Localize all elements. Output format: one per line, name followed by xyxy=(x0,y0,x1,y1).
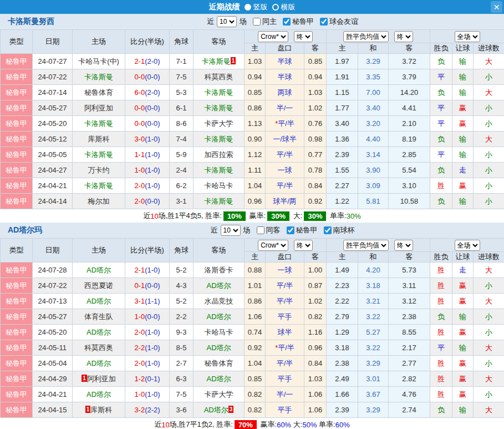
avg-draw-cell: 3.90 xyxy=(358,163,389,178)
away-team-name: 加西拉索 xyxy=(205,150,233,159)
col-header-home: 主场 xyxy=(73,239,125,263)
away-odds-cell: 0.85 xyxy=(304,54,327,69)
close-button[interactable]: ✕ xyxy=(491,1,502,13)
table-row: 秘鲁甲 24-07-28 AD塔尔 2-1(1-0) 5-2 洛斯香卡 0.88… xyxy=(1,263,504,278)
corner-cell: 2-7 xyxy=(170,356,194,371)
table-row: 秘鲁甲 24-05-05 卡洛斯曼 1-1(1-0) 5-9 加西拉索 1.12… xyxy=(1,147,504,163)
halftime-score: (1-0) xyxy=(145,344,160,352)
league-type-cell: 秘鲁甲 xyxy=(1,85,33,100)
away-team-cell: 科莫西奥 xyxy=(194,69,245,85)
result-cell: 负 xyxy=(430,54,452,69)
avg-odds-select[interactable]: 胜平负均值 xyxy=(343,240,389,251)
col-header-date: 日期 xyxy=(33,239,73,263)
summary-segment: 30% xyxy=(267,211,289,221)
odds-company-select[interactable]: Crow* xyxy=(258,31,288,42)
avg-draw-cell: 5.81 xyxy=(358,194,389,209)
avg-draw-cell: 3.29 xyxy=(358,402,389,418)
scope-select[interactable]: 全场 xyxy=(455,31,480,42)
scope-select[interactable]: 全场 xyxy=(455,240,480,251)
summary-segment: 70% xyxy=(235,420,257,429)
away-team-name: 科莫西奥 xyxy=(205,73,233,81)
goals-cell: 小 xyxy=(474,116,504,132)
fulltime-score: 1-0 xyxy=(134,390,145,398)
table-row: 秘鲁甲 24-05-11 科莫西奥 2-2(1-0) 8-5 AD塔尔 0.92… xyxy=(1,340,504,356)
same-venue-checkbox[interactable] xyxy=(253,18,261,26)
goals-cell: 大 xyxy=(474,263,504,278)
handicap-cell: 球半 xyxy=(266,325,304,340)
match-count-select[interactable]: 10 xyxy=(221,225,241,236)
avg-home-cell: 2.49 xyxy=(327,371,358,387)
table-row: 秘鲁甲 24-05-27 体育生队 1-0(0-0) 2-2 AD塔尔 1.06… xyxy=(1,309,504,325)
table-row: 秘鲁甲 24-05-12 库斯科 3-0(1-0) 7-4 卡洛斯曼 0.90 … xyxy=(1,132,504,147)
summary-row-1: 近10场,胜1平4负5, 胜率:10% 赢率:30% 大:30% 单率:30% xyxy=(0,209,504,223)
halftime-score: (1-0) xyxy=(145,135,160,143)
match-count-select[interactable]: 10 xyxy=(217,16,237,27)
league-type-cell: 秘鲁甲 xyxy=(1,278,33,294)
corner-cell: 7-5 xyxy=(170,387,194,402)
home-team-cell: 卡洛斯曼 xyxy=(73,178,125,194)
home-odds-cell: 0.94 xyxy=(245,69,266,85)
fulltime-score: 1-2 xyxy=(134,375,145,383)
home-team-name: 卡洛斯曼 xyxy=(84,150,113,159)
cup-checkbox[interactable] xyxy=(320,18,328,26)
table-row: 秘鲁甲 24-04-15 1库斯科 3-2(2-2) 3-6 AD塔尔3 0.8… xyxy=(1,402,504,418)
sub-header-handicap: 盘口 xyxy=(266,43,304,54)
corner-cell: 3-6 xyxy=(170,402,194,418)
avg-draw-cell: 3.09 xyxy=(358,178,389,194)
fulltime-score: 2-0 xyxy=(134,328,145,336)
odds-company-select[interactable]: Crow* xyxy=(258,240,288,251)
avg-time-select[interactable]: 终 xyxy=(394,240,413,251)
result-cell: 平 xyxy=(430,147,452,163)
avg-home-cell: 1.49 xyxy=(327,263,358,278)
away-team-name: AD塔尔 xyxy=(206,281,231,290)
goals-cell: 小 xyxy=(474,69,504,85)
score-cell: 1-0(1-0) xyxy=(125,387,170,402)
corner-cell: 2-4 xyxy=(170,163,194,178)
handicap-result-cell: 赢 xyxy=(452,387,474,402)
halftime-score: (2-0) xyxy=(145,57,160,65)
league-label: 秘鲁甲 xyxy=(296,225,318,235)
summary-segment: 10 xyxy=(161,421,169,429)
away-team-name: AD塔尔 xyxy=(204,406,228,414)
avg-odds-select[interactable]: 胜平负均值 xyxy=(343,31,389,42)
league-type-cell: 秘鲁甲 xyxy=(1,178,33,194)
horizontal-layout-label: 横版 xyxy=(281,2,296,12)
fulltime-score: 3-1 xyxy=(134,297,145,305)
away-team-cell: AD塔尔 xyxy=(194,309,245,325)
sub-header-avg-home: 主 xyxy=(327,43,358,54)
score-cell: 0-0(0-0) xyxy=(125,100,170,116)
cup-checkbox[interactable] xyxy=(324,226,332,234)
halftime-score: (0-1) xyxy=(145,375,160,383)
score-cell: 1-0(0-0) xyxy=(125,309,170,325)
league-checkbox[interactable] xyxy=(283,18,291,26)
avg-away-cell: 2.85 xyxy=(389,147,430,163)
same-venue-checkbox[interactable] xyxy=(257,226,264,234)
avg-odds-header: 胜平负均值 终 xyxy=(327,239,430,252)
away-team-name: 卡洛斯曼 xyxy=(205,88,233,97)
avg-away-cell: 4.76 xyxy=(389,387,430,402)
horizontal-layout-radio[interactable] xyxy=(272,4,279,11)
away-team-name: AD塔尔 xyxy=(206,312,231,321)
sub-header-home-odds: 主 xyxy=(245,252,266,263)
avg-away-cell: 3.12 xyxy=(389,294,430,309)
table-row: 秘鲁甲 24-04-21 AD塔尔 1-0(1-0) 7-5 卡萨大学 0.82… xyxy=(1,387,504,402)
league-checkbox[interactable] xyxy=(287,226,294,234)
halftime-score: (0-0) xyxy=(145,104,160,112)
odds-time-select[interactable]: 终 xyxy=(294,31,313,42)
table-row: 秘鲁甲 24-07-13 AD塔尔 3-1(1-1) 5-2 水晶竞技 0.86… xyxy=(1,294,504,309)
score-cell: 1-2(0-1) xyxy=(125,371,170,387)
avg-draw-cell: 3.18 xyxy=(358,278,389,294)
handicap-cell: 一球 xyxy=(266,163,304,178)
date-cell: 24-07-13 xyxy=(33,294,73,309)
avg-time-select[interactable]: 终 xyxy=(394,31,413,42)
summary-segment: 50% xyxy=(302,421,317,429)
cup-label: 南球杯 xyxy=(333,225,355,235)
result-cell: 平 xyxy=(430,100,452,116)
away-team-name: 卡哈马卡 xyxy=(205,181,233,190)
avg-draw-cell: 3.20 xyxy=(358,116,389,132)
corner-cell: 5-2 xyxy=(170,294,194,309)
halftime-score: (1-0) xyxy=(145,266,160,274)
vertical-layout-radio[interactable] xyxy=(245,4,251,11)
odds-time-select[interactable]: 终 xyxy=(294,240,313,251)
goals-cell: 小 xyxy=(474,178,504,194)
